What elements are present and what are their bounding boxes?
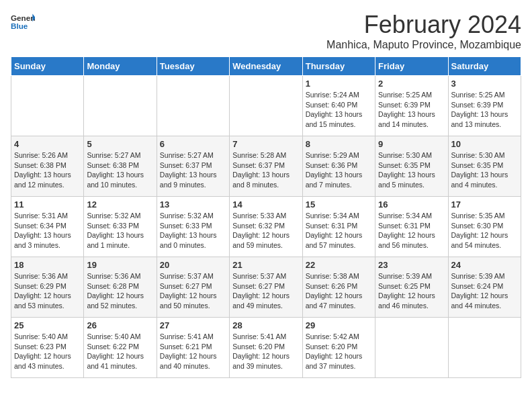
day-info: Sunrise: 5:32 AMSunset: 6:33 PMDaylight:… xyxy=(87,211,153,250)
calendar-cell: 26Sunrise: 5:40 AMSunset: 6:22 PMDayligh… xyxy=(84,318,157,378)
day-info: Sunrise: 5:42 AMSunset: 6:20 PMDaylight:… xyxy=(306,332,372,371)
calendar-cell: 23Sunrise: 5:39 AMSunset: 6:25 PMDayligh… xyxy=(375,257,448,318)
day-number: 5 xyxy=(87,139,153,149)
day-info: Sunrise: 5:25 AMSunset: 6:39 PMDaylight:… xyxy=(378,90,445,130)
calendar-cell: 27Sunrise: 5:41 AMSunset: 6:21 PMDayligh… xyxy=(157,318,229,378)
weekday-header-row: SundayMondayTuesdayWednesdayThursdayFrid… xyxy=(11,57,521,76)
calendar-cell: 25Sunrise: 5:40 AMSunset: 6:23 PMDayligh… xyxy=(11,318,84,378)
day-number: 16 xyxy=(378,199,445,210)
weekday-header: Monday xyxy=(84,57,157,76)
day-number: 19 xyxy=(87,260,153,270)
calendar-cell: 12Sunrise: 5:32 AMSunset: 6:33 PMDayligh… xyxy=(84,197,157,257)
day-info: Sunrise: 5:30 AMSunset: 6:35 PMDaylight:… xyxy=(451,150,518,190)
day-info: Sunrise: 5:34 AMSunset: 6:31 PMDaylight:… xyxy=(378,211,445,250)
day-info: Sunrise: 5:34 AMSunset: 6:31 PMDaylight:… xyxy=(306,211,372,250)
weekday-header: Saturday xyxy=(448,57,521,76)
day-info: Sunrise: 5:30 AMSunset: 6:35 PMDaylight:… xyxy=(378,150,445,190)
calendar-cell: 18Sunrise: 5:36 AMSunset: 6:29 PMDayligh… xyxy=(11,257,84,318)
calendar-cell: 21Sunrise: 5:37 AMSunset: 6:27 PMDayligh… xyxy=(230,257,302,318)
day-number: 21 xyxy=(232,260,299,270)
calendar-cell: 14Sunrise: 5:33 AMSunset: 6:32 PMDayligh… xyxy=(230,197,302,257)
day-info: Sunrise: 5:36 AMSunset: 6:29 PMDaylight:… xyxy=(14,271,81,311)
day-number: 25 xyxy=(14,320,81,330)
day-number: 11 xyxy=(14,199,81,210)
day-number: 20 xyxy=(160,260,226,270)
calendar-cell: 3Sunrise: 5:25 AMSunset: 6:39 PMDaylight… xyxy=(448,76,521,136)
day-info: Sunrise: 5:39 AMSunset: 6:25 PMDaylight:… xyxy=(378,271,445,311)
day-info: Sunrise: 5:29 AMSunset: 6:36 PMDaylight:… xyxy=(306,150,372,190)
day-info: Sunrise: 5:41 AMSunset: 6:20 PMDaylight:… xyxy=(232,332,299,371)
calendar-cell: 8Sunrise: 5:29 AMSunset: 6:36 PMDaylight… xyxy=(302,136,375,197)
day-number: 28 xyxy=(232,320,299,330)
calendar-cell: 15Sunrise: 5:34 AMSunset: 6:31 PMDayligh… xyxy=(302,197,375,257)
day-info: Sunrise: 5:27 AMSunset: 6:37 PMDaylight:… xyxy=(160,150,226,190)
calendar-table: SundayMondayTuesdayWednesdayThursdayFrid… xyxy=(11,56,521,378)
svg-text:Blue: Blue xyxy=(11,21,28,30)
calendar-cell: 9Sunrise: 5:30 AMSunset: 6:35 PMDaylight… xyxy=(375,136,448,197)
weekday-header: Wednesday xyxy=(230,57,302,76)
calendar-week-row: 1Sunrise: 5:24 AMSunset: 6:40 PMDaylight… xyxy=(11,76,521,136)
day-number: 9 xyxy=(378,139,445,149)
day-number: 4 xyxy=(14,139,81,149)
day-info: Sunrise: 5:27 AMSunset: 6:38 PMDaylight:… xyxy=(87,150,153,190)
day-number: 8 xyxy=(306,139,372,149)
day-info: Sunrise: 5:37 AMSunset: 6:27 PMDaylight:… xyxy=(232,271,299,311)
calendar-week-row: 18Sunrise: 5:36 AMSunset: 6:29 PMDayligh… xyxy=(11,257,521,318)
day-info: Sunrise: 5:25 AMSunset: 6:39 PMDaylight:… xyxy=(451,90,518,130)
calendar-cell: 20Sunrise: 5:37 AMSunset: 6:27 PMDayligh… xyxy=(157,257,229,318)
main-title: February 2024 xyxy=(326,11,521,39)
calendar-cell: 17Sunrise: 5:35 AMSunset: 6:30 PMDayligh… xyxy=(448,197,521,257)
day-number: 7 xyxy=(232,139,299,149)
calendar-cell: 1Sunrise: 5:24 AMSunset: 6:40 PMDaylight… xyxy=(302,76,375,136)
svg-text:General: General xyxy=(11,13,35,22)
calendar-cell: 10Sunrise: 5:30 AMSunset: 6:35 PMDayligh… xyxy=(448,136,521,197)
day-info: Sunrise: 5:33 AMSunset: 6:32 PMDaylight:… xyxy=(232,211,299,250)
calendar-cell: 4Sunrise: 5:26 AMSunset: 6:38 PMDaylight… xyxy=(11,136,84,197)
calendar-header: SundayMondayTuesdayWednesdayThursdayFrid… xyxy=(11,57,521,76)
day-number: 12 xyxy=(87,199,153,210)
day-number: 17 xyxy=(451,199,518,210)
weekday-header: Friday xyxy=(375,57,448,76)
calendar-cell: 28Sunrise: 5:41 AMSunset: 6:20 PMDayligh… xyxy=(230,318,302,378)
calendar-cell: 29Sunrise: 5:42 AMSunset: 6:20 PMDayligh… xyxy=(302,318,375,378)
day-info: Sunrise: 5:36 AMSunset: 6:28 PMDaylight:… xyxy=(87,271,153,311)
weekday-header: Tuesday xyxy=(157,57,229,76)
calendar-cell xyxy=(157,76,229,136)
calendar-cell xyxy=(84,76,157,136)
day-info: Sunrise: 5:37 AMSunset: 6:27 PMDaylight:… xyxy=(160,271,226,311)
subtitle: Manhica, Maputo Province, Mozambique xyxy=(326,39,521,51)
day-info: Sunrise: 5:40 AMSunset: 6:23 PMDaylight:… xyxy=(14,332,81,371)
calendar-body: 1Sunrise: 5:24 AMSunset: 6:40 PMDaylight… xyxy=(11,76,521,378)
day-info: Sunrise: 5:40 AMSunset: 6:22 PMDaylight:… xyxy=(87,332,153,371)
day-number: 18 xyxy=(14,260,81,270)
day-number: 22 xyxy=(306,260,372,270)
calendar-cell: 16Sunrise: 5:34 AMSunset: 6:31 PMDayligh… xyxy=(375,197,448,257)
calendar-cell: 24Sunrise: 5:39 AMSunset: 6:24 PMDayligh… xyxy=(448,257,521,318)
calendar-cell xyxy=(230,76,302,136)
day-info: Sunrise: 5:28 AMSunset: 6:37 PMDaylight:… xyxy=(232,150,299,190)
title-area: February 2024 Manhica, Maputo Province, … xyxy=(326,11,521,51)
day-info: Sunrise: 5:39 AMSunset: 6:24 PMDaylight:… xyxy=(451,271,518,311)
day-info: Sunrise: 5:35 AMSunset: 6:30 PMDaylight:… xyxy=(451,211,518,250)
day-number: 27 xyxy=(160,320,226,330)
weekday-header: Thursday xyxy=(302,57,375,76)
calendar-week-row: 11Sunrise: 5:31 AMSunset: 6:34 PMDayligh… xyxy=(11,197,521,257)
calendar-cell: 13Sunrise: 5:32 AMSunset: 6:33 PMDayligh… xyxy=(157,197,229,257)
day-number: 1 xyxy=(306,79,372,89)
day-number: 14 xyxy=(232,199,299,210)
calendar-cell: 6Sunrise: 5:27 AMSunset: 6:37 PMDaylight… xyxy=(157,136,229,197)
day-number: 6 xyxy=(160,139,226,149)
day-number: 24 xyxy=(451,260,518,270)
logo-svg: General Blue xyxy=(11,11,35,35)
weekday-header: Sunday xyxy=(11,57,84,76)
day-info: Sunrise: 5:41 AMSunset: 6:21 PMDaylight:… xyxy=(160,332,226,371)
day-number: 10 xyxy=(451,139,518,149)
day-number: 3 xyxy=(451,79,518,89)
calendar-cell: 22Sunrise: 5:38 AMSunset: 6:26 PMDayligh… xyxy=(302,257,375,318)
logo: General Blue xyxy=(11,11,35,35)
day-info: Sunrise: 5:26 AMSunset: 6:38 PMDaylight:… xyxy=(14,150,81,190)
calendar-cell xyxy=(448,318,521,378)
day-number: 2 xyxy=(378,79,445,89)
day-number: 29 xyxy=(306,320,372,330)
calendar-cell: 2Sunrise: 5:25 AMSunset: 6:39 PMDaylight… xyxy=(375,76,448,136)
